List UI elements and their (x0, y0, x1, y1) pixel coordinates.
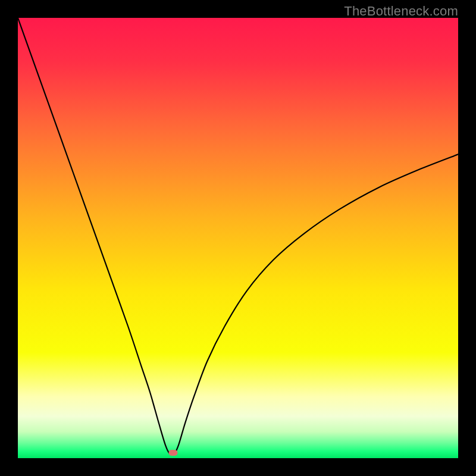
watermark-text: TheBottleneck.com (344, 4, 458, 19)
plot-area (18, 18, 458, 458)
chart-frame: TheBottleneck.com (0, 0, 476, 476)
min-point-marker (169, 450, 178, 456)
bottleneck-curve (18, 18, 458, 458)
